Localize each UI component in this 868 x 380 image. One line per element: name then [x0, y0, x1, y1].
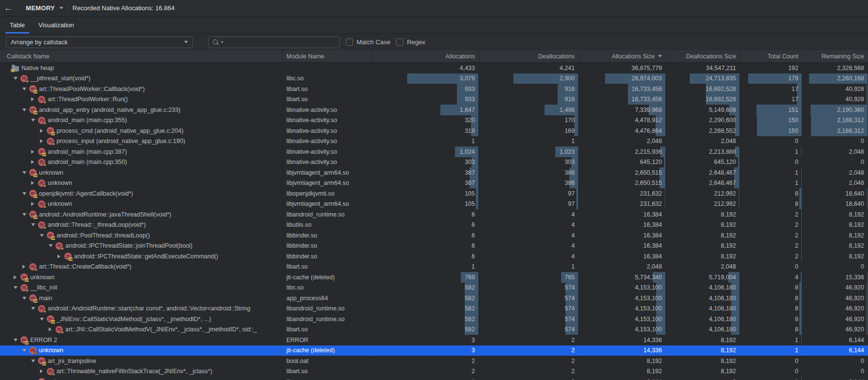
- expand-arrow-icon[interactable]: [22, 265, 29, 269]
- callstack-cell: mprocess_input (android_native_app_glue.…: [0, 136, 283, 147]
- table-row[interactable]: mprocess_input (android_native_app_glue.…: [0, 136, 868, 147]
- table-row[interactable]: mandroid::PoolThread::threadLoop()libbin…: [0, 230, 868, 241]
- column-header-remaining-size[interactable]: Remaining Size: [803, 50, 868, 62]
- collapse-arrow-icon[interactable]: [40, 318, 47, 321]
- expand-arrow-icon[interactable]: [49, 327, 56, 331]
- collapse-arrow-icon[interactable]: [22, 297, 29, 300]
- callstack-cell: mandroid_main (main.cpp:350): [0, 157, 283, 168]
- table-row[interactable]: mmainapp_process645825744,153,1004,106,1…: [0, 293, 868, 304]
- table-row[interactable]: mart::ThreadPoolWorker::Run()libart.so93…: [0, 94, 868, 105]
- table-row[interactable]: mandroid_main (main.cpp:387)libnative-ac…: [0, 146, 868, 157]
- column-header-allocations[interactable]: Allocations: [372, 50, 479, 62]
- value-cell: 574: [479, 314, 579, 325]
- value-text: 933: [465, 86, 475, 92]
- tab-visualization[interactable]: Visualization: [32, 17, 81, 34]
- table-row[interactable]: munknownlibjvmtiagent_arm64.so3873862,65…: [0, 178, 868, 189]
- table-row[interactable]: mandroid_app_entry (android_native_app_g…: [0, 105, 868, 115]
- table-row[interactable]: mart::Throwable_nativeFillInStackTrace(_…: [0, 366, 868, 377]
- value-cell: 1,496: [479, 105, 579, 115]
- search-field[interactable]: [208, 36, 340, 48]
- table-row[interactable]: mart::JNI::CallStaticVoidMethodV(_JNIEnv…: [0, 325, 868, 335]
- session-selector-label[interactable]: MEMORY: [26, 4, 55, 12]
- table-row[interactable]: m__libc_initlibc.so5825744,153,1004,106,…: [0, 283, 868, 293]
- search-options-caret-icon[interactable]: [221, 41, 224, 43]
- table-row[interactable]: munknownjit-cache (deleted)3214,3368,192…: [0, 345, 868, 356]
- column-header-total-count[interactable]: Total Count: [740, 50, 803, 62]
- expand-arrow-icon[interactable]: [57, 254, 64, 258]
- column-header-allocations-size[interactable]: Allocations Size: [579, 50, 666, 62]
- table-row[interactable]: mERROR 2ERROR3214,3368,19216,144: [0, 335, 868, 345]
- tab-table[interactable]: Table: [3, 17, 32, 34]
- table-row[interactable]: mandroid::Thread::_threadLoop(void*)libu…: [0, 220, 868, 231]
- value-cell: 582: [372, 314, 479, 325]
- table-row[interactable]: mart::Thread::CreateCallback(void*)libar…: [0, 262, 868, 272]
- table-row[interactable]: mandroid_main (main.cpp:350)libnative-ac…: [0, 157, 868, 168]
- back-icon[interactable]: ←: [0, 3, 17, 13]
- table-row[interactable]: mandroid::IPCThreadState::joinThreadPool…: [0, 241, 868, 252]
- table-row[interactable]: munknownjit-cache (deleted)7697655,734,3…: [0, 272, 868, 283]
- collapse-arrow-icon[interactable]: [31, 119, 38, 122]
- table-row[interactable]: m_JNIEnv::CallStaticVoidMethod(_jclass*,…: [0, 314, 868, 325]
- expand-arrow-icon[interactable]: [31, 97, 38, 101]
- callstack-cell: mprocess_cmd (android_native_app_glue.c:…: [0, 126, 283, 136]
- value-text: 386: [565, 169, 575, 176]
- collapse-arrow-icon[interactable]: [31, 307, 38, 310]
- expand-arrow-icon[interactable]: [31, 150, 38, 154]
- regex-checkbox[interactable]: [396, 38, 403, 46]
- value-text: 6: [472, 211, 475, 218]
- collapse-arrow-icon[interactable]: [40, 234, 47, 237]
- table-row[interactable]: mandroid::AndroidRuntime::start(char con…: [0, 304, 868, 314]
- column-header-module-name[interactable]: Module Name: [283, 50, 372, 62]
- collapse-arrow-icon[interactable]: [22, 88, 29, 90]
- collapse-arrow-icon[interactable]: [22, 192, 29, 195]
- method-icon: m: [47, 138, 54, 145]
- method-icon: m: [47, 315, 54, 323]
- collapse-arrow-icon[interactable]: [22, 213, 29, 216]
- expand-arrow-icon[interactable]: [40, 129, 47, 133]
- value-cell: 2,900: [479, 73, 579, 84]
- collapse-arrow-icon[interactable]: [31, 223, 38, 226]
- collapse-arrow-icon[interactable]: [14, 286, 20, 289]
- match-case-checkbox[interactable]: [346, 38, 353, 46]
- column-header-callstack-name[interactable]: Callstack Name: [0, 50, 283, 62]
- expand-arrow-icon[interactable]: [31, 181, 38, 185]
- collapse-arrow-icon[interactable]: [22, 171, 29, 174]
- tab-table-label: Table: [10, 21, 25, 29]
- table-row[interactable]: mandroid::AndroidRuntime::javaThreadShel…: [0, 209, 868, 220]
- table-row[interactable]: mopenjdkjvmti::AgentCallback(void*)libop…: [0, 188, 868, 199]
- table-row[interactable]: mandroid_main (main.cpp:355)libnative-ac…: [0, 115, 868, 126]
- method-icon: m: [56, 326, 63, 333]
- table-row[interactable]: munknownlibjvmtiagent_arm64.so3873862,65…: [0, 167, 868, 178]
- table-row[interactable]: mandroid::IPCThreadState::getAndExecuteC…: [0, 251, 868, 262]
- table-row[interactable]: m__pthread_start(void*)libc.so3,0792,900…: [0, 73, 868, 84]
- table-row[interactable]: mart::ThreadPoolWorker::Callback(void*)l…: [0, 84, 868, 94]
- collapse-arrow-icon[interactable]: [14, 77, 20, 80]
- lines-badge-icon: [34, 174, 38, 177]
- table-row[interactable]: mprocess_cmd (android_native_app_glue.c:…: [0, 126, 868, 136]
- expand-arrow-icon[interactable]: [40, 369, 47, 373]
- table-row[interactable]: Native heap4,4334,24136,875,77934,547,21…: [0, 63, 868, 73]
- expand-arrow-icon[interactable]: [40, 139, 47, 143]
- column-header-deallocations-size[interactable]: Deallocations Size: [666, 50, 740, 62]
- chevron-down-icon[interactable]: [59, 7, 63, 9]
- arrange-by-dropdown[interactable]: Arrange by callstack: [6, 36, 193, 48]
- value-cell: 933: [372, 84, 479, 94]
- regex-checkbox-group[interactable]: Regex: [396, 38, 425, 46]
- column-header-deallocations[interactable]: Deallocations: [479, 50, 579, 62]
- match-case-checkbox-group[interactable]: Match Case: [346, 38, 390, 46]
- search-input[interactable]: [225, 38, 336, 46]
- table-row[interactable]: munknownlibjvmtiagent_arm64.so10597231,6…: [0, 199, 868, 210]
- expand-arrow-icon[interactable]: [14, 275, 20, 279]
- collapse-arrow-icon[interactable]: [31, 360, 38, 362]
- collapse-arrow-icon[interactable]: [49, 244, 56, 247]
- collapse-arrow-icon[interactable]: [14, 339, 20, 342]
- collapse-arrow-icon[interactable]: [22, 349, 29, 352]
- value-cell: 14,336: [579, 345, 666, 356]
- expand-arrow-icon[interactable]: [31, 202, 38, 206]
- expand-arrow-icon[interactable]: [31, 160, 38, 164]
- callstack-cell: m__pthread_start(void*): [0, 73, 283, 84]
- value-text: 1: [795, 347, 798, 354]
- table-row[interactable]: munknownlibart.so106,144016,144: [0, 377, 868, 380]
- table-row[interactable]: mart_jni_trampolineboot.oat228,1928,1920…: [0, 356, 868, 366]
- collapse-arrow-icon[interactable]: [22, 109, 29, 111]
